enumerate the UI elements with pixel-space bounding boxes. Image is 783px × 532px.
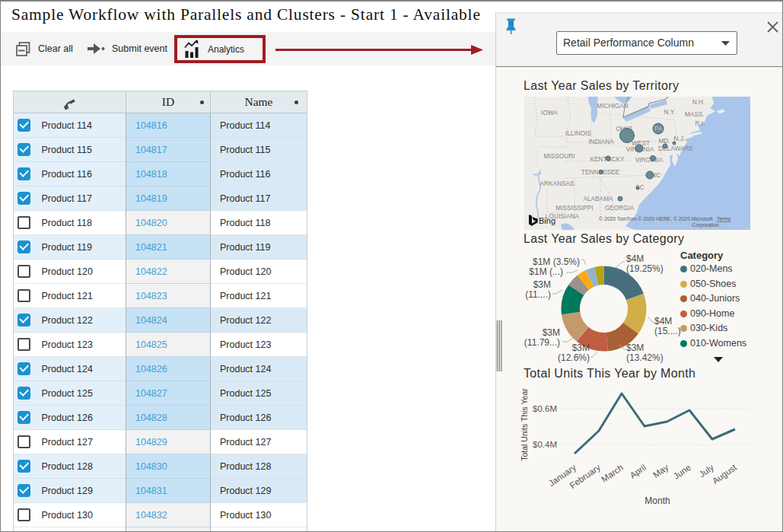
svg-text:VIRGINIA: VIRGINIA	[635, 156, 664, 164]
svg-text:MISSISSIPPI: MISSISSIPPI	[555, 204, 593, 212]
svg-text:MASS.: MASS.	[685, 110, 705, 118]
svg-text:GEORGIA: GEORGIA	[605, 204, 635, 212]
svg-text:Corporation: Corporation	[692, 222, 719, 228]
svg-text:$4M: $4M	[654, 316, 672, 327]
svg-text:June: June	[672, 463, 692, 481]
svg-text:April: April	[628, 463, 648, 480]
svg-text:ILLINOIS: ILLINOIS	[565, 129, 592, 137]
svg-text:$3M: $3M	[572, 342, 590, 353]
svg-text:MISSOURI: MISSOURI	[543, 152, 575, 160]
svg-text:N.Y.: N.Y.	[664, 108, 675, 116]
svg-text:(13.42%): (13.42%)	[626, 352, 664, 363]
svg-text:$1M (...): $1M (...)	[529, 266, 563, 277]
svg-text:$1M (3.5%): $1M (3.5%)	[533, 256, 580, 267]
svg-text:Month: Month	[645, 495, 670, 506]
svg-text:$3M: $3M	[543, 327, 560, 338]
svg-text:$0.6M: $0.6M	[533, 404, 557, 413]
svg-text:March: March	[600, 463, 625, 484]
svg-text:N.H.: N.H.	[692, 98, 705, 106]
svg-text:(11....): (11....)	[525, 289, 551, 300]
svg-text:(15....): (15....)	[654, 326, 681, 336]
svg-text:Bing: Bing	[539, 216, 555, 225]
svg-text:$0.4M: $0.4M	[533, 440, 557, 449]
svg-text:Terms: Terms	[717, 216, 731, 221]
svg-text:Total Units This Year: Total Units This Year	[520, 388, 529, 461]
svg-text:R.I.: R.I.	[695, 119, 705, 127]
svg-text:August: August	[711, 462, 739, 486]
svg-text:$3M: $3M	[533, 279, 551, 290]
svg-text:$3M: $3M	[626, 342, 644, 353]
svg-text:IOWA: IOWA	[541, 109, 558, 116]
svg-text:© 2020 TomTom © 2020 HERE, © 2: © 2020 TomTom © 2020 HERE, © 2020 Micros…	[599, 216, 713, 221]
svg-text:MD.: MD.	[658, 137, 670, 145]
svg-text:(11.79...): (11.79...)	[524, 337, 560, 348]
svg-text:(12.6%): (12.6%)	[558, 352, 590, 363]
svg-text:ARKANSAS: ARKANSAS	[540, 180, 575, 187]
svg-text:N.J.: N.J.	[674, 135, 686, 142]
svg-text:(19.25%): (19.25%)	[626, 263, 664, 274]
svg-text:PA: PA	[654, 125, 663, 132]
svg-text:May: May	[651, 463, 670, 479]
svg-text:ALABAMA: ALABAMA	[583, 195, 613, 202]
svg-text:INDIANA: INDIANA	[588, 138, 614, 145]
svg-text:$4M: $4M	[626, 253, 644, 264]
svg-text:MICHIGAN: MICHIGAN	[597, 102, 629, 110]
